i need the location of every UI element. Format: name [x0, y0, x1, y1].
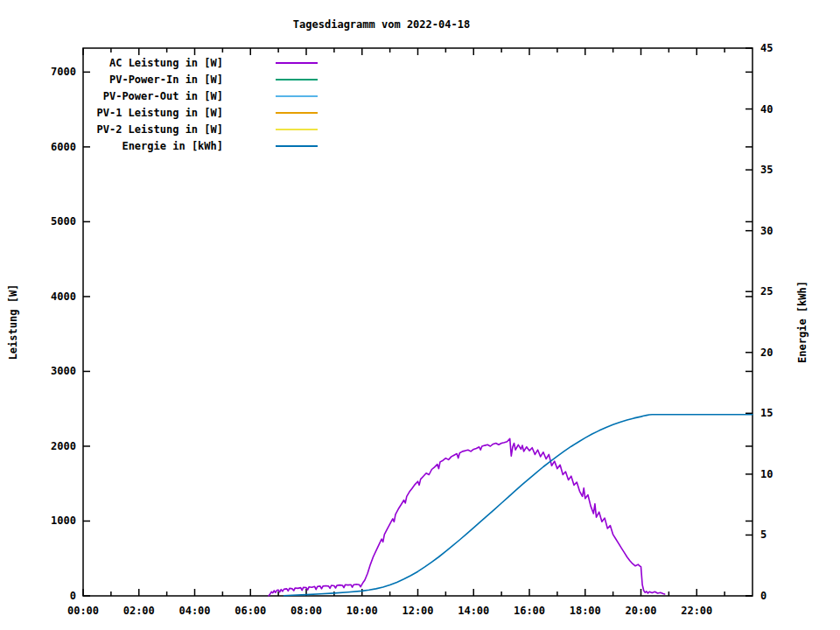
y-right-tick-label: 0 [760, 590, 766, 602]
chart-title: Tagesdiagramm vom 2022-04-18 [0, 18, 763, 31]
x-tick-label: 14:00 [458, 605, 489, 617]
y-left-tick-label: 0 [70, 590, 76, 602]
series-line [284, 415, 753, 596]
legend-row: PV-Power-In in [W] [83, 71, 318, 88]
legend-line-sample [276, 145, 318, 147]
x-tick-label: 20:00 [625, 605, 656, 617]
y-left-tick-label: 6000 [51, 141, 76, 153]
legend-line-sample [276, 112, 318, 114]
y-left-tick-label: 2000 [51, 440, 76, 452]
legend-label: Energie in [kWh] [83, 140, 223, 152]
x-tick-label: 10:00 [346, 605, 378, 617]
y-left-tick-label: 7000 [51, 66, 76, 78]
y-right-tick-label: 35 [760, 164, 773, 176]
legend-label: PV-Power-In in [W] [83, 74, 223, 86]
y-axis-label-left: Leistung [W] [7, 284, 19, 360]
legend-row: PV-2 Leistung in [W] [83, 121, 318, 137]
chart-canvas: 00:0002:0004:0006:0008:0010:0012:0014:00… [0, 0, 840, 630]
y-left-tick-label: 5000 [51, 215, 76, 228]
legend-row: AC Leistung in [W] [83, 54, 318, 71]
y-right-tick-label: 30 [760, 225, 773, 237]
y-axis-label-right: Energie [kWh] [796, 281, 808, 363]
legend-row: PV-1 Leistung in [W] [83, 104, 318, 121]
legend-row: Energie in [kWh] [83, 137, 318, 154]
x-tick-label: 00:00 [67, 605, 99, 617]
y-right-tick-label: 15 [760, 407, 773, 419]
legend-line-sample [276, 129, 318, 130]
legend-label: PV-1 Leistung in [W] [83, 107, 223, 119]
x-tick-label: 04:00 [178, 605, 210, 617]
legend-line-sample [276, 62, 318, 64]
x-tick-label: 16:00 [514, 605, 545, 617]
y-right-tick-label: 40 [760, 103, 773, 116]
legend: AC Leistung in [W] PV-Power-In in [W] PV… [83, 54, 318, 154]
y-left-tick-label: 1000 [51, 514, 76, 527]
legend-label: AC Leistung in [W] [83, 57, 223, 69]
x-tick-label: 02:00 [123, 605, 155, 617]
legend-label: PV-Power-Out in [W] [83, 90, 223, 102]
x-tick-label: 12:00 [402, 605, 433, 617]
x-tick-label: 18:00 [570, 605, 601, 617]
x-tick-label: 06:00 [234, 605, 266, 617]
y-left-tick-label: 3000 [51, 365, 76, 377]
y-right-tick-label: 25 [760, 285, 773, 298]
legend-row: PV-Power-Out in [W] [83, 88, 318, 104]
x-tick-label: 22:00 [681, 605, 712, 617]
y-right-tick-label: 10 [760, 468, 773, 480]
legend-line-sample [276, 95, 318, 97]
series-line [269, 438, 665, 596]
legend-label: PV-2 Leistung in [W] [83, 123, 223, 136]
legend-line-sample [276, 79, 318, 80]
y-right-tick-label: 5 [760, 528, 766, 541]
x-tick-label: 08:00 [290, 605, 322, 617]
y-right-tick-label: 45 [760, 42, 773, 54]
y-left-tick-label: 4000 [51, 290, 76, 303]
y-right-tick-label: 20 [760, 346, 773, 359]
